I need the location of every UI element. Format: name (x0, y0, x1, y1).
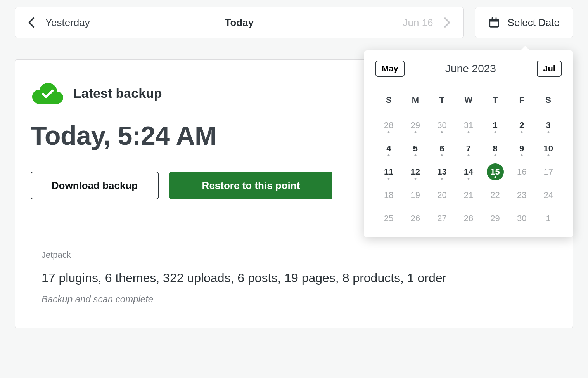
calendar-day: 16 (508, 163, 535, 180)
calendar-day: 26 (402, 210, 429, 227)
latest-backup-title: Latest backup (73, 86, 162, 101)
calendar-day: 19 (402, 187, 429, 204)
date-nav: Yesterday Today Jun 16 (15, 7, 464, 38)
calendar-day: 21 (455, 187, 482, 204)
top-bar: Yesterday Today Jun 16 Select Date (15, 7, 573, 38)
calendar-dow: M (402, 91, 429, 111)
calendar-title: June 2023 (445, 62, 496, 75)
calendar-day: 29 (402, 117, 429, 134)
calendar-day[interactable]: 14 (455, 163, 482, 180)
download-backup-button[interactable]: Download backup (31, 172, 159, 199)
calendar-dow: T (482, 91, 508, 111)
calendar-day: 31 (455, 117, 482, 134)
calendar-day[interactable]: 15 (482, 163, 508, 180)
nav-prev-label: Yesterday (45, 17, 90, 29)
source-label: Jetpack (42, 250, 557, 260)
cloud-check-icon (31, 81, 64, 105)
calendar-day: 28 (375, 117, 402, 134)
calendar-day[interactable]: 8 (482, 140, 508, 157)
calendar-day: 30 (429, 117, 455, 134)
svg-rect-1 (489, 19, 498, 21)
calendar-day: 23 (508, 187, 535, 204)
calendar-day[interactable]: 4 (375, 140, 402, 157)
calendar-day: 27 (429, 210, 455, 227)
calendar-day: 28 (455, 210, 482, 227)
calendar-header: May June 2023 Jul (375, 61, 562, 85)
calendar-day[interactable]: 3 (535, 117, 562, 134)
calendar-day[interactable]: 7 (455, 140, 482, 157)
calendar-day[interactable]: 10 (535, 140, 562, 157)
calendar-grid: SMTWTFS282930311234567891011121314151617… (375, 91, 562, 227)
restore-button[interactable]: Restore to this point (169, 172, 332, 199)
calendar-dow: S (375, 91, 402, 111)
calendar-day[interactable]: 1 (482, 117, 508, 134)
calendar-popover: May June 2023 Jul SMTWTFS282930311234567… (364, 50, 573, 237)
calendar-day: 24 (535, 187, 562, 204)
calendar-day[interactable]: 11 (375, 163, 402, 180)
calendar-day: 30 (508, 210, 535, 227)
calendar-day[interactable]: 5 (402, 140, 429, 157)
prev-month-button[interactable]: May (375, 61, 405, 77)
calendar-day[interactable]: 2 (508, 117, 535, 134)
backup-status: Backup and scan complete (42, 294, 557, 305)
calendar-day[interactable]: 13 (429, 163, 455, 180)
next-month-button[interactable]: Jul (537, 61, 562, 77)
calendar-dow: S (535, 91, 562, 111)
calendar-dow: T (429, 91, 455, 111)
calendar-day: 1 (535, 210, 562, 227)
select-date-label: Select Date (508, 17, 560, 29)
calendar-day: 18 (375, 187, 402, 204)
calendar-day[interactable]: 6 (429, 140, 455, 157)
calendar-icon (488, 17, 500, 28)
backup-summary: 17 plugins, 6 themes, 322 uploads, 6 pos… (42, 271, 557, 285)
nav-prev[interactable]: Yesterday (27, 17, 90, 29)
calendar-day[interactable]: 9 (508, 140, 535, 157)
calendar-day: 17 (535, 163, 562, 180)
calendar-dow: W (455, 91, 482, 111)
chevron-right-icon (443, 18, 452, 27)
calendar-day: 20 (429, 187, 455, 204)
nav-next: Jun 16 (403, 17, 452, 29)
nav-current-label: Today (225, 17, 254, 29)
calendar-dow: F (508, 91, 535, 111)
nav-next-label: Jun 16 (403, 17, 433, 29)
calendar-day: 29 (482, 210, 508, 227)
calendar-day[interactable]: 12 (402, 163, 429, 180)
select-date-button[interactable]: Select Date (475, 7, 573, 38)
calendar-day: 22 (482, 187, 508, 204)
chevron-left-icon (27, 18, 36, 27)
calendar-day: 25 (375, 210, 402, 227)
